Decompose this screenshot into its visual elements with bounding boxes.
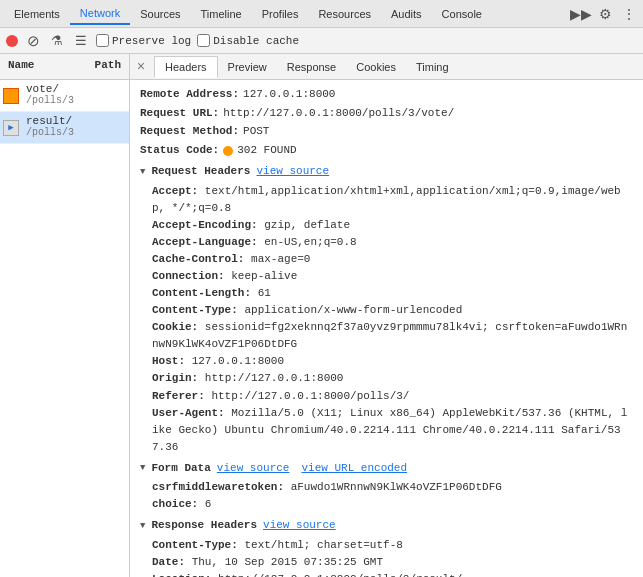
header-key: Connection:	[152, 270, 225, 282]
status-code-key: Status Code:	[140, 142, 219, 160]
collapse-icon[interactable]: ▼	[140, 165, 145, 179]
header-val: keep-alive	[231, 270, 297, 282]
settings-icon[interactable]: ⚙	[595, 4, 615, 24]
header-key: Location:	[152, 573, 211, 577]
item-name: vote/	[26, 83, 125, 95]
header-origin: Origin: http://127.0.0.1:8000	[152, 370, 633, 387]
tab-preview[interactable]: Preview	[218, 57, 277, 77]
request-url-val: http://127.0.0.1:8000/polls/3/vote/	[223, 105, 454, 123]
header-key: User-Agent:	[152, 407, 225, 419]
form-data-section: ▼ Form Data view source view URL encoded	[140, 460, 633, 478]
form-data-view-source[interactable]: view source	[217, 460, 290, 478]
response-headers-label: Response Headers	[151, 517, 257, 535]
request-list-panel: Name Path vote/ /polls/3 ▶ result/	[0, 54, 130, 577]
collapse-icon[interactable]: ▼	[140, 519, 145, 533]
tab-console[interactable]: Console	[432, 4, 492, 24]
preserve-log-label[interactable]: Preserve log	[96, 34, 191, 47]
tab-resources[interactable]: Resources	[308, 4, 381, 24]
request-list: vote/ /polls/3 ▶ result/ /polls/3	[0, 80, 129, 577]
status-dot-icon	[223, 146, 233, 156]
item-path: /polls/3	[26, 95, 125, 106]
header-key: csrfmiddlewaretoken:	[152, 481, 284, 493]
header-key: Cache-Control:	[152, 253, 244, 265]
header-key: Content-Type:	[152, 304, 238, 316]
header-cookie: Cookie: sessionid=fg2xeknnq2f37a0yvz9rpm…	[152, 319, 633, 353]
header-key: Origin:	[152, 372, 198, 384]
request-method-key: Request Method:	[140, 123, 239, 141]
header-key: Referer:	[152, 390, 205, 402]
item-name: result/	[26, 115, 125, 127]
header-key: Content-Type:	[152, 539, 238, 551]
list-item[interactable]: vote/ /polls/3	[0, 80, 129, 112]
name-column-header: Name	[0, 54, 87, 79]
response-headers-section: ▼ Response Headers view source	[140, 517, 633, 535]
item-info: result/ /polls/3	[22, 112, 129, 143]
tab-response[interactable]: Response	[277, 57, 347, 77]
list-header: Name Path	[0, 54, 129, 80]
main-content: Name Path vote/ /polls/3 ▶ result/	[0, 54, 643, 577]
tab-profiles[interactable]: Profiles	[252, 4, 309, 24]
close-detail-button[interactable]: ×	[132, 58, 150, 76]
header-val: 127.0.0.1:8000	[192, 355, 284, 367]
header-val: http://127.0.0.1:8000/polls/3/	[211, 390, 409, 402]
detail-panel: × Headers Preview Response Cookies Timin…	[130, 54, 643, 577]
header-content-type: Content-Type: application/x-www-form-url…	[152, 302, 633, 319]
item-icon: ▶	[0, 112, 22, 143]
tab-timeline[interactable]: Timeline	[191, 4, 252, 24]
tab-headers[interactable]: Headers	[154, 56, 218, 78]
main-toolbar: Elements Network Sources Timeline Profil…	[0, 0, 643, 28]
header-val: http://127.0.0.1:8000	[205, 372, 344, 384]
disable-cache-label[interactable]: Disable cache	[197, 34, 299, 47]
header-val: aFuwdo1WRnnwN9KlWK4oVZF1P06DtDFG	[291, 481, 502, 493]
header-val: text/html,application/xhtml+xml,applicat…	[152, 185, 621, 214]
clear-button[interactable]: ⊘	[24, 32, 42, 50]
collapse-icon[interactable]: ▼	[140, 461, 145, 475]
header-val: Thu, 10 Sep 2015 07:35:25 GMT	[192, 556, 383, 568]
tab-cookies[interactable]: Cookies	[346, 57, 406, 77]
disable-cache-checkbox[interactable]	[197, 34, 210, 47]
header-accept-language: Accept-Language: en-US,en;q=0.8	[152, 234, 633, 251]
tab-timing[interactable]: Timing	[406, 57, 459, 77]
header-key: choice:	[152, 498, 198, 510]
item-path: /polls/3	[26, 127, 125, 138]
form-choice: choice: 6	[152, 496, 633, 513]
tab-elements[interactable]: Elements	[4, 4, 70, 24]
header-val: 61	[258, 287, 271, 299]
list-item[interactable]: ▶ result/ /polls/3	[0, 112, 129, 144]
filter-button[interactable]: ⚗	[48, 32, 66, 50]
request-headers-section: ▼ Request Headers view source	[140, 163, 633, 181]
header-val: sessionid=fg2xeknnq2f37a0yvz9rpmmmu78lk4…	[152, 321, 627, 350]
header-user-agent: User-Agent: Mozilla/5.0 (X11; Linux x86_…	[152, 405, 633, 456]
header-val: application/x-www-form-urlencoded	[244, 304, 462, 316]
header-val: http://127.0.0.1:8000/polls/3/result/	[218, 573, 462, 577]
item-info: vote/ /polls/3	[22, 80, 129, 111]
remote-address-row: Remote Address: 127.0.0.1:8000	[140, 86, 633, 104]
detail-tabs-bar: × Headers Preview Response Cookies Timin…	[130, 54, 643, 80]
header-accept-encoding: Accept-Encoding: gzip, deflate	[152, 217, 633, 234]
header-key: Date:	[152, 556, 185, 568]
more-icon[interactable]: ⋮	[619, 4, 639, 24]
header-key: Accept:	[152, 185, 198, 197]
header-content-length: Content-Length: 61	[152, 285, 633, 302]
disable-cache-text: Disable cache	[213, 35, 299, 47]
execute-icon[interactable]: ▶▶	[571, 4, 591, 24]
header-key: Accept-Language:	[152, 236, 258, 248]
record-button[interactable]	[6, 35, 18, 47]
header-val: text/html; charset=utf-8	[244, 539, 402, 551]
header-cache-control: Cache-Control: max-age=0	[152, 251, 633, 268]
header-key: Accept-Encoding:	[152, 219, 258, 231]
request-headers-label: Request Headers	[151, 163, 250, 181]
resp-date: Date: Thu, 10 Sep 2015 07:35:25 GMT	[152, 554, 633, 571]
request-headers-view-source[interactable]: view source	[256, 163, 329, 181]
tab-sources[interactable]: Sources	[130, 4, 190, 24]
list-view-button[interactable]: ☰	[72, 32, 90, 50]
tab-audits[interactable]: Audits	[381, 4, 432, 24]
preserve-log-checkbox[interactable]	[96, 34, 109, 47]
path-column-header: Path	[87, 54, 129, 79]
page-icon: ▶	[3, 120, 19, 136]
toolbar-icons: ▶▶ ⚙ ⋮	[571, 4, 639, 24]
resp-location: Location: http://127.0.0.1:8000/polls/3/…	[152, 571, 633, 577]
tab-network[interactable]: Network	[70, 3, 130, 25]
response-headers-view-source[interactable]: view source	[263, 517, 336, 535]
form-data-view-url[interactable]: view URL encoded	[301, 460, 407, 478]
